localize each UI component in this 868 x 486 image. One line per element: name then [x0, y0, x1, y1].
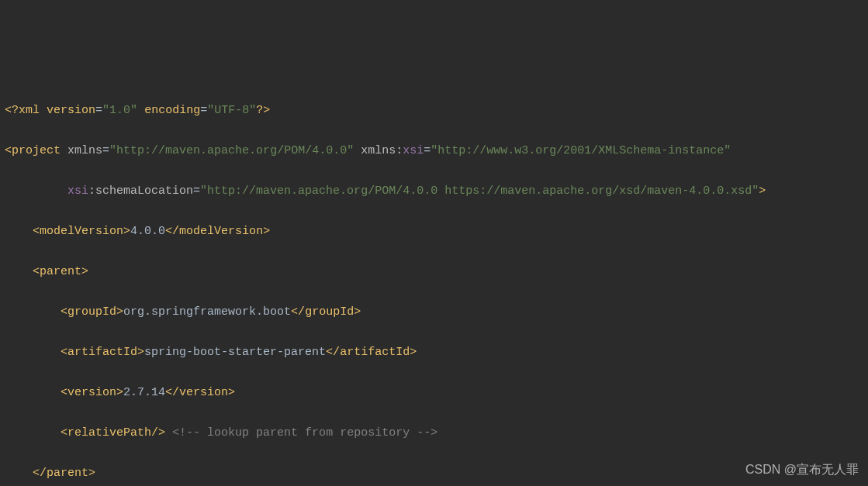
- parent-artifactid: spring-boot-starter-parent: [144, 346, 326, 359]
- xml-encoding: UTF-8: [214, 104, 249, 117]
- code-editor-xml[interactable]: <?xml version="1.0" encoding="UTF-8"?> <…: [0, 81, 868, 486]
- code-line: </parent>: [5, 464, 868, 484]
- schema-location: http://maven.apache.org/POM/4.0.0 https:…: [207, 184, 752, 198]
- code-line: <parent>: [5, 262, 868, 282]
- code-line: <version>2.7.14</version>: [5, 383, 868, 403]
- watermark-text: CSDN @宣布无人罪: [745, 460, 859, 480]
- relative-path-comment: <!-- lookup parent from repository -->: [172, 426, 437, 439]
- code-line: <?xml version="1.0" encoding="UTF-8"?>: [5, 101, 868, 121]
- xml-version: 1.0: [109, 104, 130, 117]
- model-version: 4.0.0: [130, 225, 165, 238]
- code-line: <project xmlns="http://maven.apache.org/…: [5, 141, 868, 161]
- parent-version: 2.7.14: [123, 386, 165, 399]
- code-line: <artifactId>spring-boot-starter-parent</…: [5, 343, 868, 363]
- code-line: <modelVersion>4.0.0</modelVersion>: [5, 222, 868, 242]
- code-line: xsi:schemaLocation="http://maven.apache.…: [5, 181, 868, 202]
- code-line: <groupId>org.springframework.boot</group…: [5, 302, 868, 322]
- parent-groupid: org.springframework.boot: [123, 305, 291, 319]
- xmlns: http://maven.apache.org/POM/4.0.0: [116, 144, 347, 157]
- code-line: <relativePath/> <!-- lookup parent from …: [5, 423, 868, 443]
- xmlns-xsi: http://www.w3.org/2001/XMLSchema-instanc…: [437, 144, 724, 157]
